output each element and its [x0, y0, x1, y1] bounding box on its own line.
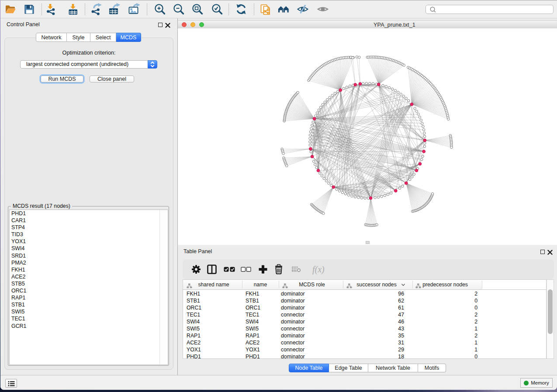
svg-text:f(x): f(x): [312, 265, 325, 275]
